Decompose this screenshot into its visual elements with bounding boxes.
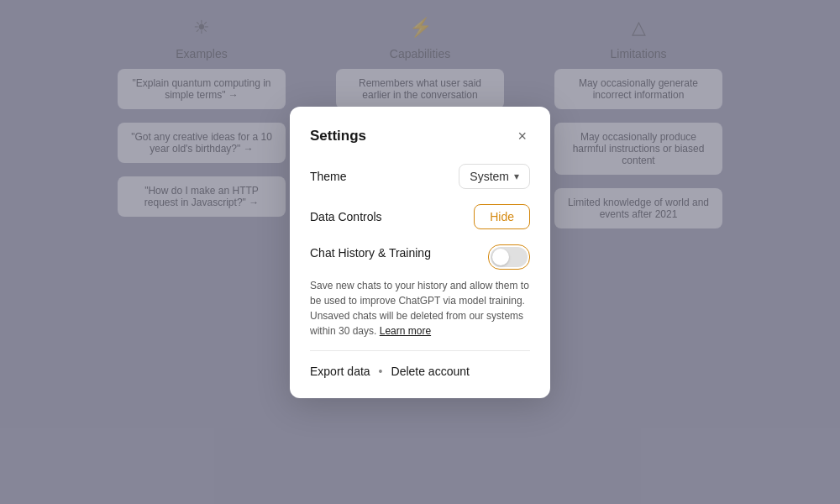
footer-separator: • xyxy=(379,365,383,378)
settings-modal: Settings × Theme System ▾ Data Controls … xyxy=(290,107,550,398)
data-controls-row: Data Controls Hide xyxy=(310,204,530,229)
delete-account-link[interactable]: Delete account xyxy=(391,365,470,378)
toggle-wrapper xyxy=(488,244,530,270)
chat-history-row: Chat History & Training xyxy=(310,244,530,270)
modal-title: Settings xyxy=(310,128,366,144)
footer-divider xyxy=(310,350,530,351)
hide-button[interactable]: Hide xyxy=(474,204,530,229)
toggle-knob xyxy=(492,249,509,265)
chevron-down-icon: ▾ xyxy=(514,171,519,182)
export-data-link[interactable]: Export data xyxy=(310,365,370,378)
footer-links: Export data • Delete account xyxy=(310,365,530,378)
modal-overlay: Settings × Theme System ▾ Data Controls … xyxy=(0,0,840,504)
close-button[interactable]: × xyxy=(514,127,530,145)
chat-history-description: Save new chats to your history and allow… xyxy=(310,278,530,339)
chat-history-toggle[interactable] xyxy=(491,247,528,267)
modal-header: Settings × xyxy=(310,127,530,145)
chat-history-label: Chat History & Training xyxy=(310,244,431,260)
learn-more-link[interactable]: Learn more xyxy=(380,325,431,337)
theme-label: Theme xyxy=(310,170,347,183)
theme-row: Theme System ▾ xyxy=(310,164,530,189)
theme-value: System xyxy=(470,170,509,183)
data-controls-label: Data Controls xyxy=(310,210,382,223)
theme-dropdown[interactable]: System ▾ xyxy=(459,164,530,189)
